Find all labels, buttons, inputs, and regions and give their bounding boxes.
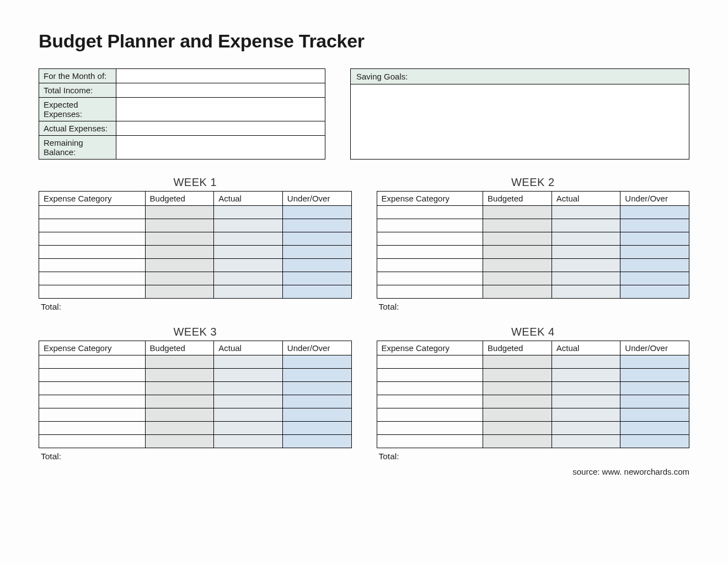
- budgeted-cell[interactable]: [483, 435, 552, 448]
- budgeted-cell[interactable]: [145, 232, 214, 246]
- expense-category-cell[interactable]: [377, 435, 483, 448]
- actual-cell[interactable]: [214, 408, 283, 422]
- budgeted-cell[interactable]: [483, 408, 552, 422]
- actual-cell[interactable]: [552, 259, 620, 272]
- under-over-cell[interactable]: [620, 435, 689, 448]
- under-over-cell[interactable]: [620, 285, 689, 299]
- actual-cell[interactable]: [552, 395, 620, 408]
- expense-category-cell[interactable]: [39, 219, 146, 232]
- actual-cell[interactable]: [214, 219, 283, 232]
- under-over-cell[interactable]: [620, 408, 689, 422]
- budgeted-cell[interactable]: [483, 259, 552, 272]
- budgeted-cell[interactable]: [483, 246, 552, 259]
- budgeted-cell[interactable]: [483, 369, 552, 382]
- under-over-cell[interactable]: [282, 382, 351, 395]
- actual-cell[interactable]: [214, 355, 283, 369]
- budgeted-cell[interactable]: [483, 232, 552, 246]
- under-over-cell[interactable]: [282, 285, 351, 299]
- expense-category-cell[interactable]: [377, 206, 483, 219]
- budgeted-cell[interactable]: [145, 259, 214, 272]
- budgeted-cell[interactable]: [145, 272, 214, 285]
- expense-category-cell[interactable]: [39, 272, 146, 285]
- actual-cell[interactable]: [214, 259, 283, 272]
- budgeted-cell[interactable]: [145, 206, 214, 219]
- expense-category-cell[interactable]: [377, 422, 483, 435]
- under-over-cell[interactable]: [282, 232, 351, 246]
- expense-category-cell[interactable]: [39, 408, 146, 422]
- under-over-cell[interactable]: [282, 369, 351, 382]
- under-over-cell[interactable]: [282, 355, 351, 369]
- budgeted-cell[interactable]: [483, 382, 552, 395]
- summary-value[interactable]: [116, 121, 325, 136]
- expense-category-cell[interactable]: [377, 285, 483, 299]
- actual-cell[interactable]: [552, 382, 620, 395]
- under-over-cell[interactable]: [282, 435, 351, 448]
- budgeted-cell[interactable]: [483, 206, 552, 219]
- budgeted-cell[interactable]: [145, 369, 214, 382]
- budgeted-cell[interactable]: [145, 285, 214, 299]
- expense-category-cell[interactable]: [377, 246, 483, 259]
- budgeted-cell[interactable]: [145, 395, 214, 408]
- expense-category-cell[interactable]: [39, 285, 146, 299]
- actual-cell[interactable]: [214, 395, 283, 408]
- budgeted-cell[interactable]: [145, 355, 214, 369]
- actual-cell[interactable]: [214, 285, 283, 299]
- under-over-cell[interactable]: [620, 272, 689, 285]
- expense-category-cell[interactable]: [39, 206, 146, 219]
- actual-cell[interactable]: [552, 355, 620, 369]
- expense-category-cell[interactable]: [39, 369, 146, 382]
- actual-cell[interactable]: [552, 285, 620, 299]
- under-over-cell[interactable]: [620, 219, 689, 232]
- actual-cell[interactable]: [552, 408, 620, 422]
- under-over-cell[interactable]: [282, 422, 351, 435]
- under-over-cell[interactable]: [620, 422, 689, 435]
- budgeted-cell[interactable]: [483, 395, 552, 408]
- under-over-cell[interactable]: [620, 259, 689, 272]
- budgeted-cell[interactable]: [483, 285, 552, 299]
- budgeted-cell[interactable]: [145, 382, 214, 395]
- actual-cell[interactable]: [552, 422, 620, 435]
- actual-cell[interactable]: [552, 272, 620, 285]
- under-over-cell[interactable]: [620, 232, 689, 246]
- budgeted-cell[interactable]: [483, 219, 552, 232]
- actual-cell[interactable]: [552, 369, 620, 382]
- expense-category-cell[interactable]: [377, 355, 483, 369]
- summary-value[interactable]: [116, 98, 325, 121]
- under-over-cell[interactable]: [620, 369, 689, 382]
- expense-category-cell[interactable]: [377, 219, 483, 232]
- actual-cell[interactable]: [552, 232, 620, 246]
- budgeted-cell[interactable]: [145, 408, 214, 422]
- actual-cell[interactable]: [214, 206, 283, 219]
- expense-category-cell[interactable]: [377, 408, 483, 422]
- expense-category-cell[interactable]: [39, 435, 146, 448]
- summary-value[interactable]: [116, 69, 325, 83]
- under-over-cell[interactable]: [282, 408, 351, 422]
- actual-cell[interactable]: [214, 369, 283, 382]
- under-over-cell[interactable]: [620, 395, 689, 408]
- actual-cell[interactable]: [214, 422, 283, 435]
- actual-cell[interactable]: [552, 206, 620, 219]
- under-over-cell[interactable]: [282, 219, 351, 232]
- expense-category-cell[interactable]: [39, 395, 146, 408]
- under-over-cell[interactable]: [620, 206, 689, 219]
- actual-cell[interactable]: [552, 246, 620, 259]
- expense-category-cell[interactable]: [39, 422, 146, 435]
- actual-cell[interactable]: [552, 219, 620, 232]
- summary-value[interactable]: [116, 136, 325, 160]
- under-over-cell[interactable]: [282, 206, 351, 219]
- actual-cell[interactable]: [214, 382, 283, 395]
- expense-category-cell[interactable]: [39, 246, 146, 259]
- expense-category-cell[interactable]: [377, 369, 483, 382]
- budgeted-cell[interactable]: [145, 422, 214, 435]
- expense-category-cell[interactable]: [39, 355, 146, 369]
- expense-category-cell[interactable]: [377, 395, 483, 408]
- budgeted-cell[interactable]: [145, 435, 214, 448]
- under-over-cell[interactable]: [620, 355, 689, 369]
- actual-cell[interactable]: [552, 435, 620, 448]
- summary-value[interactable]: [116, 83, 325, 98]
- actual-cell[interactable]: [214, 272, 283, 285]
- actual-cell[interactable]: [214, 435, 283, 448]
- actual-cell[interactable]: [214, 232, 283, 246]
- expense-category-cell[interactable]: [39, 232, 146, 246]
- budgeted-cell[interactable]: [483, 422, 552, 435]
